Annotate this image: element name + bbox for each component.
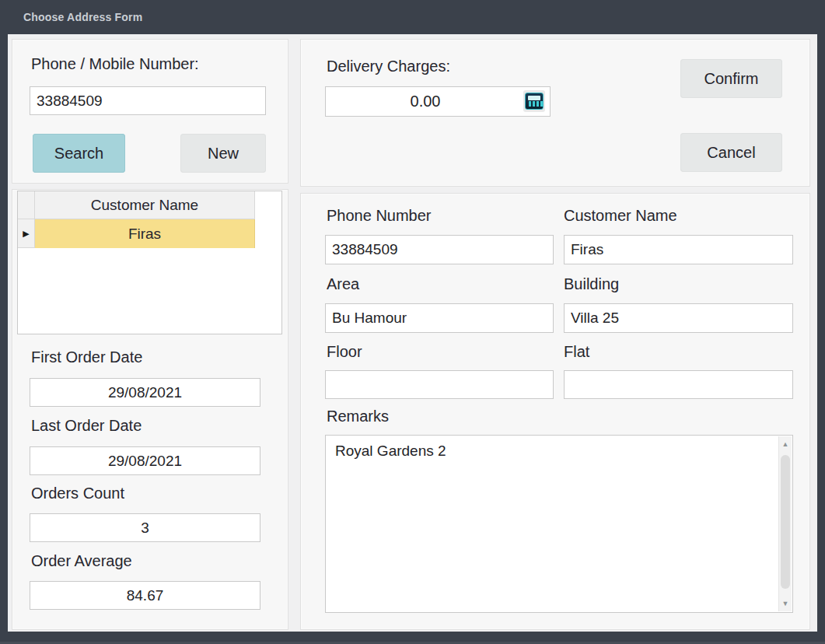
phone-mobile-label: Phone / Mobile Number: [31,55,199,73]
grid-selector-header [18,191,35,219]
orders-count-input[interactable] [30,513,260,542]
new-button[interactable]: New [180,134,266,173]
phone-number-input[interactable] [325,235,554,264]
remarks-scrollbar[interactable]: ▲ ▼ [778,436,792,611]
phone-mobile-input[interactable] [30,86,266,115]
delivery-charges-label: Delivery Charges: [327,58,450,75]
grid-header-row: Customer Name [18,191,255,219]
customer-name-cell[interactable]: Firas [35,219,255,248]
area-input[interactable] [325,303,554,333]
dialog-body: Phone / Mobile Number: Search New Custom… [8,34,817,632]
search-button[interactable]: Search [33,134,125,173]
row-selector-cell: ▶ [18,219,35,248]
floor-label: Floor [327,343,362,361]
customer-name-label: Customer Name [564,207,677,225]
window-title: Choose Address Form [23,11,142,23]
flat-input[interactable] [564,370,793,399]
remarks-text: Royal Gardens 2 [335,443,774,460]
customer-results-grid: Customer Name ▶ Firas [17,191,282,334]
calculator-icon [525,93,544,110]
delivery-charges-field-wrap [325,86,551,117]
area-label: Area [327,275,359,293]
table-row[interactable]: ▶ Firas [18,219,255,248]
first-order-date-input[interactable] [30,378,260,407]
floor-input[interactable] [325,370,554,399]
cancel-button[interactable]: Cancel [680,133,782,172]
remarks-label: Remarks [327,408,389,425]
last-order-date-input[interactable] [30,446,260,475]
order-average-label: Order Average [31,552,132,570]
first-order-date-label: First Order Date [31,348,142,366]
orders-count-label: Orders Count [31,485,124,502]
remarks-textarea[interactable]: Royal Gardens 2 ▲ ▼ [325,435,793,613]
calculator-button[interactable] [523,90,545,112]
row-selector-arrow-icon: ▶ [23,229,29,239]
order-average-input[interactable] [30,581,260,610]
building-label: Building [564,275,619,293]
phone-number-label: Phone Number [327,207,432,225]
building-input[interactable] [564,303,793,333]
customer-name-input[interactable] [564,235,793,264]
choose-address-window: Choose Address Form Phone / Mobile Numbe… [0,0,825,644]
flat-label: Flat [564,343,589,361]
confirm-button[interactable]: Confirm [680,59,782,98]
titlebar[interactable]: Choose Address Form [0,0,825,34]
scroll-up-icon[interactable]: ▲ [779,438,792,450]
last-order-date-label: Last Order Date [31,417,142,435]
delivery-charges-input[interactable] [325,86,551,117]
grid-column-header-customer-name[interactable]: Customer Name [35,191,255,219]
scroll-down-icon[interactable]: ▼ [779,597,792,610]
scrollbar-thumb[interactable] [781,455,790,589]
